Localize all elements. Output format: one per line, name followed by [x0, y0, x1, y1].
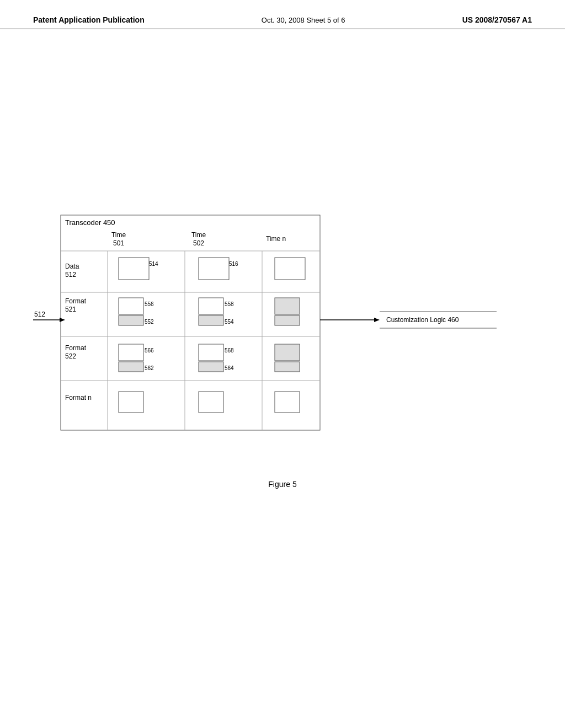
- svg-text:Customization Logic 460: Customization Logic 460: [386, 316, 459, 324]
- svg-text:568: 568: [225, 347, 234, 354]
- svg-text:502: 502: [193, 239, 204, 247]
- svg-rect-42: [275, 362, 300, 372]
- header: Patent Application Publication Oct. 30, …: [0, 0, 565, 29]
- svg-text:512: 512: [65, 271, 76, 279]
- header-center: Oct. 30, 2008 Sheet 5 of 6: [262, 16, 345, 24]
- svg-marker-48: [60, 318, 65, 322]
- svg-rect-38: [199, 362, 223, 372]
- svg-rect-45: [199, 392, 223, 413]
- svg-text:562: 562: [145, 365, 154, 371]
- svg-marker-51: [374, 318, 380, 322]
- svg-rect-33: [119, 344, 143, 361]
- header-right: US 2008/270567 A1: [462, 15, 532, 24]
- svg-text:Format: Format: [65, 297, 87, 305]
- svg-rect-46: [275, 392, 300, 413]
- svg-rect-37: [199, 344, 223, 361]
- svg-text:514: 514: [149, 261, 158, 267]
- svg-text:554: 554: [225, 319, 234, 325]
- svg-rect-25: [199, 298, 223, 314]
- svg-text:Time: Time: [111, 231, 126, 239]
- svg-text:516: 516: [229, 261, 238, 267]
- svg-text:Time: Time: [191, 231, 206, 239]
- svg-text:558: 558: [225, 301, 234, 307]
- svg-text:556: 556: [145, 301, 154, 307]
- transcoder-label: Transcoder 450: [65, 218, 115, 227]
- figure-caption-text: Figure 5: [268, 480, 296, 489]
- svg-rect-22: [119, 315, 143, 325]
- figure-caption: Figure 5: [0, 480, 565, 489]
- svg-rect-41: [275, 344, 300, 361]
- svg-text:521: 521: [65, 306, 76, 313]
- svg-text:564: 564: [225, 365, 234, 371]
- svg-text:522: 522: [65, 352, 76, 360]
- svg-rect-44: [119, 392, 143, 413]
- svg-rect-18: [275, 258, 305, 280]
- svg-text:566: 566: [145, 347, 154, 354]
- diagram-svg: Transcoder 450 Time 501 Time 502 Time n …: [0, 210, 565, 485]
- header-left: Patent Application Publication: [33, 15, 145, 24]
- svg-text:Data: Data: [65, 263, 79, 270]
- svg-text:Format: Format: [65, 344, 87, 352]
- svg-rect-14: [119, 258, 149, 280]
- svg-rect-16: [199, 258, 229, 280]
- svg-rect-29: [275, 298, 300, 314]
- svg-rect-21: [119, 298, 143, 314]
- svg-text:Format n: Format n: [65, 394, 92, 402]
- svg-text:Time n: Time n: [266, 235, 286, 243]
- svg-text:512: 512: [34, 311, 45, 318]
- svg-text:501: 501: [113, 239, 124, 247]
- svg-rect-26: [199, 315, 223, 325]
- svg-text:552: 552: [145, 319, 154, 325]
- svg-rect-30: [275, 315, 300, 325]
- svg-rect-34: [119, 362, 143, 372]
- page: Patent Application Publication Oct. 30, …: [0, 0, 565, 728]
